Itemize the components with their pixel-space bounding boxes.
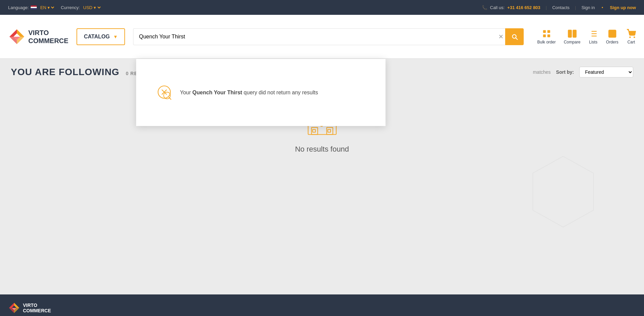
search-input[interactable]: [133, 28, 505, 45]
signup-link[interactable]: Sign up now: [610, 5, 636, 10]
contacts-link[interactable]: Contacts: [552, 5, 570, 10]
search-button[interactable]: [505, 28, 524, 45]
call-section: 📞 Call us: +31 416 652 803: [482, 5, 540, 10]
orders-icon: [608, 29, 617, 38]
svg-marker-28: [533, 156, 593, 227]
orders-nav[interactable]: Orders: [606, 29, 618, 44]
search-icon: [511, 33, 518, 40]
bulk-order-label: Bulk order: [537, 40, 556, 44]
sort-label: Sort by:: [556, 69, 574, 75]
separator-1: |: [546, 5, 547, 10]
svg-line-21: [169, 97, 171, 99]
catalog-label: CATALOG: [84, 34, 110, 40]
currency-label: Currency:: [61, 5, 80, 10]
catalog-button[interactable]: CATALOG ▼: [76, 28, 125, 45]
lists-icon: [588, 29, 598, 38]
footer-logo: VIRTO COMMERCE: [8, 302, 51, 314]
footer-logo-line1: VIRTO: [23, 303, 51, 308]
currency-select[interactable]: USD ▾: [82, 5, 102, 10]
sort-select[interactable]: Featured Price: Low to High Price: High …: [579, 67, 633, 77]
svg-point-16: [634, 37, 635, 37]
language-label: Language:: [8, 5, 29, 10]
logo-text: VIRTO COMMERCE: [28, 29, 68, 45]
orders-label: Orders: [606, 40, 618, 44]
top-bar-left: Language: EN ▾ Currency: USD ▾: [8, 5, 102, 10]
call-label: Call us:: [490, 5, 504, 10]
svg-rect-4: [568, 30, 571, 37]
phone-icon: 📞: [482, 5, 487, 10]
search-container: ✕: [133, 28, 524, 45]
nav-icons: Bulk order Compare Lists Orders Cart: [537, 29, 636, 44]
logo-line2: COMMERCE: [28, 37, 68, 45]
logo[interactable]: VIRTO COMMERCE: [8, 28, 68, 45]
compare-nav[interactable]: Compare: [564, 29, 580, 44]
language-section: Language: EN ▾: [8, 5, 55, 10]
signin-link[interactable]: Sign in: [581, 5, 595, 10]
results-right: matches Sort by: Featured Price: Low to …: [533, 67, 633, 77]
svg-rect-2: [543, 34, 546, 37]
currency-section: Currency: USD ▾: [61, 5, 101, 10]
cart-icon: [626, 29, 636, 38]
svg-rect-27: [328, 129, 330, 132]
header: VIRTO COMMERCE CATALOG ▼ ✕ Bulk order Co…: [0, 15, 644, 59]
bulk-order-nav[interactable]: Bulk order: [537, 29, 556, 44]
svg-rect-3: [547, 34, 550, 37]
bulk-order-icon: [542, 29, 551, 38]
circle-x-icon: [156, 84, 173, 101]
chevron-down-icon: ▼: [113, 34, 118, 39]
svg-rect-12: [609, 30, 616, 37]
cart-nav[interactable]: Cart: [626, 29, 636, 44]
no-result-text: Your Quench Your Thirst query did not re…: [180, 90, 318, 96]
compare-label: Compare: [564, 40, 580, 44]
footer-logo-text: VIRTO COMMERCE: [23, 303, 51, 313]
logo-icon: [8, 28, 26, 45]
svg-point-15: [630, 37, 630, 37]
footer: VIRTO COMMERCE: [0, 294, 644, 316]
logo-line1: VIRTO: [28, 29, 68, 37]
page-title-text: YOU ARE FOLLOWING: [11, 67, 119, 77]
svg-rect-26: [312, 129, 315, 132]
no-results-text: No results found: [295, 145, 349, 154]
page-title: YOU ARE FOLLOWING 0 results: [11, 67, 154, 77]
call-number: +31 416 652 803: [507, 5, 540, 10]
language-select[interactable]: EN ▾: [39, 5, 55, 10]
svg-rect-5: [573, 30, 576, 37]
footer-logo-line2: COMMERCE: [23, 308, 51, 313]
dot-separator: •: [602, 5, 603, 10]
svg-rect-0: [543, 30, 546, 33]
search-dropdown: Your Quench Your Thirst query did not re…: [136, 59, 386, 126]
top-bar-right: 📞 Call us: +31 416 652 803 | Contacts | …: [482, 5, 636, 10]
lists-label: Lists: [589, 40, 597, 44]
separator-2: |: [575, 5, 576, 10]
matches-label: matches: [533, 69, 551, 75]
no-result-message: Your Quench Your Thirst query did not re…: [156, 84, 318, 101]
compare-icon: [568, 29, 577, 38]
hex-decoration: [529, 153, 597, 230]
top-bar: Language: EN ▾ Currency: USD ▾ 📞 Call us…: [0, 0, 644, 15]
svg-rect-1: [547, 30, 550, 33]
flag-icon: [31, 5, 37, 9]
cart-label: Cart: [627, 40, 635, 44]
lists-nav[interactable]: Lists: [588, 29, 598, 44]
footer-logo-icon: [8, 302, 20, 314]
search-clear-button[interactable]: ✕: [498, 33, 503, 40]
query-bold: Quench Your Thirst: [192, 90, 242, 95]
